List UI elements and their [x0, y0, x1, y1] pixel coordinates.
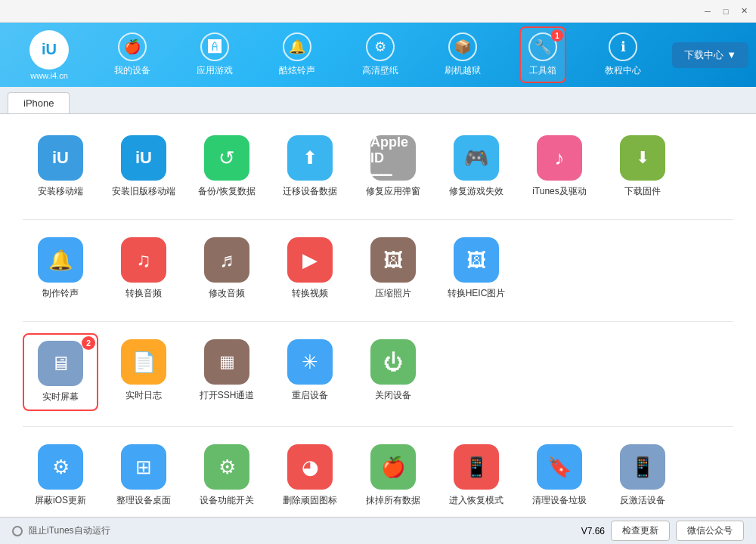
nav-item-my-device[interactable]: 🍎 我的设备: [107, 28, 158, 82]
nav-label-toolbox: 工具箱: [529, 64, 556, 77]
tool-item-migrate-data[interactable]: ⬆ 迁移设备数据: [272, 129, 348, 204]
title-bar: ─ □ ✕: [0, 0, 756, 23]
tool-item-convert-audio[interactable]: ♫ 转换音频: [106, 231, 181, 306]
tool-icon-convert-heic: 🖼: [454, 237, 499, 283]
tool-item-backup-restore[interactable]: ↺ 备份/恢复数据: [189, 129, 265, 204]
tool-item-recovery-mode[interactable]: 📱 进入恢复模式: [438, 438, 514, 513]
tool-icon-convert-audio: ♫: [121, 237, 166, 283]
tool-item-block-ios-update[interactable]: ⚙ 屏蔽iOS更新: [23, 438, 98, 513]
tool-label-edit-audio: 修改音频: [209, 287, 245, 300]
tool-label-download-firmware: 下载固件: [624, 185, 661, 198]
tool-icon-install-mobile: iU: [38, 135, 83, 181]
tab-bar: iPhone: [0, 87, 756, 114]
tool-item-wipe-data[interactable]: 🍎 抹掉所有数据: [355, 438, 431, 513]
tool-icon-wipe-data: 🍎: [370, 444, 416, 490]
tool-item-install-mobile[interactable]: iU 安装移动端: [23, 129, 98, 204]
tool-icon-edit-audio: ♬: [204, 237, 249, 283]
nav-icon-tutorials: ℹ: [609, 32, 637, 61]
itunes-label: 阻止iTunes自动运行: [29, 524, 110, 537]
tool-icon-deactivate: 📱: [620, 444, 665, 490]
restore-button[interactable]: □: [720, 5, 732, 17]
divider: [23, 426, 733, 427]
tool-icon-compress-photo: 🖼: [370, 237, 416, 283]
tool-item-delete-icons[interactable]: ◕ 删除顽固图标: [272, 438, 348, 513]
tool-item-reboot-device[interactable]: ✳ 重启设备: [272, 333, 348, 411]
tool-label-convert-video: 转换视频: [292, 287, 328, 300]
tool-icon-itunes-driver: ♪: [537, 135, 582, 181]
tool-icon-shutdown-device: ⏻: [370, 339, 416, 385]
tool-icon-block-ios-update: ⚙: [38, 444, 83, 490]
tool-icon-delete-icons: ◕: [287, 444, 333, 490]
close-button[interactable]: ✕: [738, 5, 750, 17]
tool-icon-fix-game: 🎮: [454, 135, 499, 181]
divider: [23, 321, 733, 322]
version-label: V7.66: [581, 526, 605, 536]
tool-item-clean-junk[interactable]: 🔖 清理设备垃圾: [522, 438, 597, 513]
nav-item-ringtones[interactable]: 🔔 酷炫铃声: [271, 28, 323, 82]
nav-item-tutorials[interactable]: ℹ 教程中心: [597, 28, 649, 82]
nav-label-tutorials: 教程中心: [605, 64, 641, 77]
tool-item-install-old[interactable]: iU 安装旧版移动端: [106, 129, 181, 204]
nav-label-flash: 刷机越狱: [445, 64, 481, 77]
tool-icon-open-ssh: ▦: [204, 339, 249, 385]
tool-item-device-functions[interactable]: ⚙ 设备功能开关: [189, 438, 265, 513]
tools-row: iU 安装移动端 iU 安装旧版移动端 ↺ 备份/恢复数据 ⬆ 迁移设备数据 A: [23, 129, 733, 204]
nav-item-flash[interactable]: 📦 刷机越狱: [437, 28, 488, 82]
tool-item-realtime-log[interactable]: 📄 实时日志: [106, 333, 181, 411]
tool-label-install-mobile: 安装移动端: [38, 185, 83, 198]
download-arrow-icon: ▼: [727, 49, 736, 60]
tools-row: 🔔 制作铃声 ♫ 转换音频 ♬ 修改音频 ▶ 转换视频 🖼: [23, 231, 733, 306]
tool-label-fix-app-crash: 修复应用弹窗: [366, 185, 420, 198]
divider: [23, 219, 733, 220]
tool-item-shutdown-device[interactable]: ⏻ 关闭设备: [355, 333, 431, 411]
tool-icon-convert-video: ▶: [287, 237, 333, 283]
status-right: V7.66 检查更新 微信公众号: [581, 521, 744, 541]
tool-item-compress-photo[interactable]: 🖼 压缩照片: [355, 231, 431, 306]
tool-item-itunes-driver[interactable]: ♪ iTunes及驱动: [522, 129, 597, 204]
nav-icon-app-games: 🅰: [200, 32, 229, 61]
download-label: 下载中心: [684, 48, 723, 62]
tools-row: ⚙ 屏蔽iOS更新 ⊞ 整理设备桌面 ⚙ 设备功能开关 ◕ 删除顽固图标 🍎: [23, 438, 733, 513]
check-update-button[interactable]: 检查更新: [611, 521, 670, 541]
tool-label-convert-audio: 转换音频: [125, 287, 162, 300]
nav-item-wallpaper[interactable]: ⚙ 高清壁纸: [355, 28, 406, 82]
tool-icon-device-functions: ⚙: [204, 444, 249, 490]
tool-icon-recovery-mode: 📱: [454, 444, 499, 490]
tool-label-block-ios-update: 屏蔽iOS更新: [35, 494, 86, 507]
tool-item-convert-heic[interactable]: 🖼 转换HEIC图片: [438, 231, 514, 306]
tool-icon-organize-desktop: ⊞: [121, 444, 166, 490]
tool-label-shutdown-device: 关闭设备: [375, 389, 411, 402]
tool-label-reboot-device: 重启设备: [292, 389, 328, 402]
tab-iphone[interactable]: iPhone: [8, 92, 70, 113]
nav-items: 🍎 我的设备 🅰 应用游戏 🔔 酷炫铃声 ⚙ 高清壁纸 📦 刷机越狱 🔧 工具箱…: [91, 26, 665, 83]
nav-item-app-games[interactable]: 🅰 应用游戏: [189, 28, 240, 82]
minimize-button[interactable]: ─: [702, 5, 714, 17]
nav-item-toolbox[interactable]: 🔧 工具箱 1: [519, 26, 566, 83]
wechat-button[interactable]: 微信公众号: [676, 521, 744, 541]
tool-item-edit-audio[interactable]: ♬ 修改音频: [189, 231, 265, 306]
tool-label-compress-photo: 压缩照片: [375, 287, 411, 300]
tool-label-clean-junk: 清理设备垃圾: [532, 494, 587, 507]
download-center-button[interactable]: 下载中心 ▼: [672, 42, 748, 68]
tool-item-fix-game[interactable]: 🎮 修复游戏失效: [438, 129, 514, 204]
nav-badge-toolbox: 1: [551, 29, 563, 42]
tool-label-migrate-data: 迁移设备数据: [283, 185, 337, 198]
tool-icon-migrate-data: ⬆: [287, 135, 333, 181]
tool-item-organize-desktop[interactable]: ⊞ 整理设备桌面: [106, 438, 181, 513]
tool-label-deactivate: 反激活设备: [620, 494, 665, 507]
logo-icon: iU: [29, 30, 69, 70]
tool-badge-realtime-screen: 2: [82, 336, 95, 350]
tool-item-download-firmware[interactable]: ⬇ 下载固件: [605, 129, 680, 204]
nav-label-app-games: 应用游戏: [197, 64, 233, 77]
nav-label-my-device: 我的设备: [114, 64, 150, 77]
tool-label-recovery-mode: 进入恢复模式: [449, 494, 503, 507]
tool-item-realtime-screen[interactable]: 2 🖥 实时屏幕: [23, 333, 98, 411]
tool-item-make-ringtone[interactable]: 🔔 制作铃声: [23, 231, 98, 306]
tool-item-open-ssh[interactable]: ▦ 打开SSH通道: [189, 333, 265, 411]
status-left: 阻止iTunes自动运行: [12, 524, 110, 537]
tool-label-realtime-log: 实时日志: [125, 389, 162, 402]
tool-item-convert-video[interactable]: ▶ 转换视频: [272, 231, 348, 306]
tool-item-fix-app-crash[interactable]: Apple ID━━━━ 修复应用弹窗: [355, 129, 431, 204]
itunes-status-icon: [12, 526, 23, 536]
tool-item-deactivate[interactable]: 📱 反激活设备: [605, 438, 680, 513]
